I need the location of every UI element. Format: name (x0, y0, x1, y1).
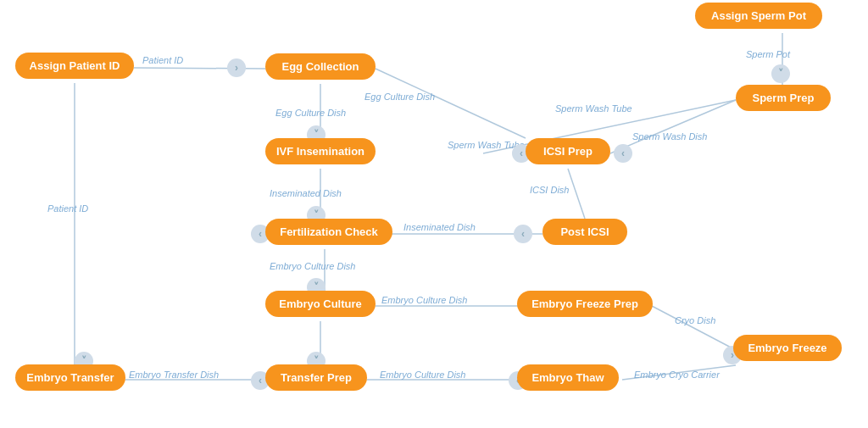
label-egg-culture-dish-2: Egg Culture Dish (364, 92, 435, 102)
node-ivf-insemination[interactable]: IVF Insemination (265, 138, 376, 164)
label-patient-id-1: Patient ID (142, 55, 183, 65)
node-embryo-transfer[interactable]: Embryo Transfer (15, 364, 125, 391)
diagram-container: › ˅ ˅ ˅ ˅ ˅ ‹ ‹ ‹ ‹ ˅ ‹ ‹ › Assign Patie… (0, 0, 868, 428)
label-egg-culture-dish-1: Egg Culture Dish (275, 108, 346, 118)
node-icsi-prep[interactable]: ICSI Prep (526, 138, 610, 164)
label-embryo-culture-dish-3: Embryo Culture Dish (380, 370, 465, 380)
node-transfer-prep[interactable]: Transfer Prep (265, 364, 367, 391)
label-inseminated-dish-2: Inseminated Dish (403, 222, 476, 232)
label-sperm-wash-tube-1: Sperm Wash Tube (555, 103, 632, 114)
node-fertilization-check[interactable]: Fertilization Check (265, 219, 392, 245)
node-embryo-freeze[interactable]: Embryo Freeze (733, 335, 842, 361)
label-embryo-cryo-carrier: Embryo Cryo Carrier (634, 370, 720, 380)
node-post-icsi[interactable]: Post ICSI (542, 219, 627, 245)
node-embryo-freeze-prep[interactable]: Embryo Freeze Prep (517, 291, 653, 317)
arrow-patient-id: › (227, 58, 246, 77)
node-embryo-culture[interactable]: Embryo Culture (265, 291, 376, 317)
node-egg-collection[interactable]: Egg Collection (265, 53, 376, 80)
arrow-sperm-wash-dish: ‹ (614, 144, 632, 163)
label-patient-id-2: Patient ID (47, 203, 88, 214)
label-sperm-wash-dish: Sperm Wash Dish (632, 131, 707, 142)
node-assign-patient-id[interactable]: Assign Patient ID (15, 53, 134, 79)
node-sperm-prep[interactable]: Sperm Prep (736, 85, 831, 111)
label-sperm-pot: Sperm Pot (746, 49, 790, 59)
label-inseminated-dish-1: Inseminated Dish (270, 188, 342, 198)
arrow-sperm-pot: ˅ (771, 64, 790, 83)
label-embryo-culture-dish-2: Embryo Culture Dish (381, 295, 467, 305)
label-embryo-transfer-dish: Embryo Transfer Dish (129, 370, 219, 380)
node-assign-sperm-pot[interactable]: Assign Sperm Pot (695, 3, 822, 29)
label-embryo-culture-dish-1: Embryo Culture Dish (270, 261, 355, 271)
svg-line-11 (376, 69, 526, 138)
svg-line-8 (568, 169, 585, 219)
svg-line-14 (652, 306, 736, 350)
node-embryo-thaw[interactable]: Embryo Thaw (517, 364, 619, 391)
arrow-fert-check: ‹ (514, 225, 532, 243)
label-icsi-dish: ICSI Dish (530, 185, 569, 195)
label-cryo-dish: Cryo Dish (675, 315, 715, 325)
